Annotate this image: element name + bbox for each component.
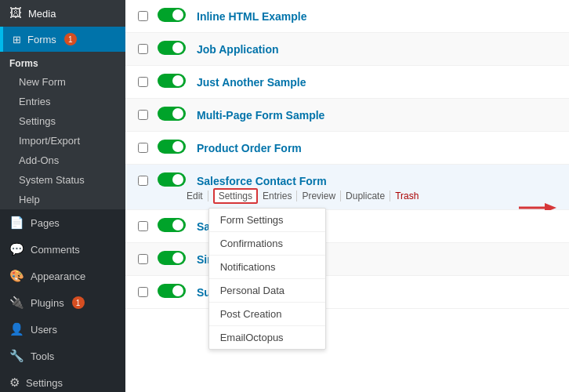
submenu-addons[interactable]: Add-Ons: [0, 151, 125, 170]
action-edit[interactable]: Edit: [187, 191, 208, 201]
row-checkbox[interactable]: [138, 221, 148, 231]
table-row: Multi-Page Form Sample: [125, 99, 569, 132]
form-name-link[interactable]: Product Order Form: [197, 142, 556, 154]
action-trash[interactable]: Trash: [395, 191, 423, 201]
table-row: Product Order Form: [125, 132, 569, 165]
form-toggle[interactable]: [158, 284, 186, 298]
row-checkbox[interactable]: [138, 287, 148, 297]
sidebar-item-settings[interactable]: ⚙ Settings: [0, 369, 125, 392]
dropdown-notifications[interactable]: Notifications: [209, 256, 325, 279]
row-checkbox[interactable]: [138, 110, 148, 120]
sidebar-item-tools[interactable]: 🔧 Tools: [0, 343, 125, 369]
appearance-label: Appearance: [31, 270, 85, 282]
forms-icon: ⊞: [13, 34, 21, 45]
plugins-badge: 1: [72, 296, 85, 309]
settings-icon: ⚙: [9, 376, 20, 390]
table-row: Simp: [125, 243, 569, 276]
main-content: Inline HTML Example Job Application Just…: [125, 0, 569, 392]
table-row: Surve: [125, 276, 569, 309]
forms-section-label: Forms: [27, 34, 56, 45]
form-action-bar: Edit Settings Form Settings Confirmation…: [187, 191, 423, 201]
action-preview[interactable]: Preview: [302, 191, 341, 201]
table-row: Sales: [125, 210, 569, 243]
plugins-label: Plugins: [31, 297, 64, 309]
sidebar-item-forms[interactable]: ⊞ Forms 1: [0, 27, 125, 52]
sidebar: 🖼 Media ⊞ Forms 1 Forms New Form Entries…: [0, 0, 125, 392]
forms-list: Inline HTML Example Job Application Just…: [125, 0, 569, 309]
table-row: Just Another Sample: [125, 66, 569, 99]
forms-badge: 1: [64, 33, 77, 45]
form-name-link[interactable]: Inline HTML Example: [197, 10, 556, 23]
submenu-new-form[interactable]: New Form: [0, 72, 125, 92]
users-icon: 👤: [9, 322, 24, 336]
row-checkbox[interactable]: [138, 176, 148, 186]
users-label: Users: [31, 324, 57, 336]
sidebar-item-comments[interactable]: 💬 Comments: [0, 236, 125, 263]
form-name-link[interactable]: Job Application: [197, 43, 556, 56]
tools-label: Tools: [31, 350, 54, 362]
submenu-entries[interactable]: Entries: [0, 92, 125, 111]
sidebar-item-pages[interactable]: 📄 Pages: [0, 209, 125, 236]
row-checkbox[interactable]: [138, 11, 148, 21]
comments-label: Comments: [31, 244, 80, 256]
dropdown-form-settings[interactable]: Form Settings: [209, 209, 325, 232]
form-toggle[interactable]: [158, 8, 186, 22]
sidebar-media-label: Media: [28, 8, 56, 20]
table-row-active: Salesforce Contact Form Edit Settings Fo…: [125, 165, 569, 210]
dropdown-personal-data[interactable]: Personal Data: [209, 279, 325, 303]
row-checkbox[interactable]: [138, 44, 148, 54]
form-name-link[interactable]: Just Another Sample: [197, 76, 556, 89]
sidebar-item-media[interactable]: 🖼 Media: [0, 0, 125, 27]
media-icon: 🖼: [9, 6, 22, 20]
form-toggle[interactable]: [158, 172, 186, 187]
settings-dropdown-container: Settings Form Settings Confirmations Not…: [213, 191, 263, 201]
submenu-system-status[interactable]: System Status: [0, 170, 125, 190]
submenu-import-export[interactable]: Import/Export: [0, 131, 125, 151]
action-settings[interactable]: Settings: [213, 188, 258, 204]
settings-dropdown-menu: Form Settings Confirmations Notification…: [208, 208, 326, 350]
sidebar-item-users[interactable]: 👤 Users: [0, 316, 125, 343]
settings-label: Settings: [26, 377, 63, 389]
submenu-header: Forms: [0, 52, 125, 72]
sidebar-item-appearance[interactable]: 🎨 Appearance: [0, 263, 125, 289]
action-entries[interactable]: Entries: [263, 191, 297, 201]
table-row: Job Application: [125, 33, 569, 66]
dropdown-post-creation[interactable]: Post Creation: [209, 303, 325, 326]
form-toggle[interactable]: [158, 74, 186, 88]
pages-label: Pages: [31, 217, 60, 229]
tools-icon: 🔧: [9, 349, 24, 363]
row-checkbox[interactable]: [138, 143, 148, 153]
table-row: Inline HTML Example: [125, 0, 569, 33]
appearance-icon: 🎨: [9, 269, 24, 283]
sidebar-item-plugins[interactable]: 🔌 Plugins 1: [0, 289, 125, 316]
dropdown-emailoctopus[interactable]: EmailOctopus: [209, 326, 325, 349]
form-toggle[interactable]: [158, 218, 186, 232]
form-toggle[interactable]: [158, 107, 186, 121]
action-duplicate[interactable]: Duplicate: [346, 191, 390, 201]
form-toggle[interactable]: [158, 41, 186, 55]
comments-icon: 💬: [9, 242, 24, 256]
submenu-help[interactable]: Help: [0, 190, 125, 209]
form-toggle[interactable]: [158, 251, 186, 265]
pages-icon: 📄: [9, 216, 24, 230]
forms-submenu: Forms New Form Entries Settings Import/E…: [0, 52, 125, 209]
plugins-icon: 🔌: [9, 296, 24, 310]
submenu-settings[interactable]: Settings: [0, 111, 125, 131]
form-name-link[interactable]: Salesforce Contact Form: [197, 175, 556, 187]
row-checkbox[interactable]: [138, 254, 148, 264]
row-checkbox[interactable]: [138, 77, 148, 87]
form-name-link[interactable]: Multi-Page Form Sample: [197, 109, 556, 122]
form-toggle[interactable]: [158, 140, 186, 154]
dropdown-confirmations[interactable]: Confirmations: [209, 232, 325, 256]
